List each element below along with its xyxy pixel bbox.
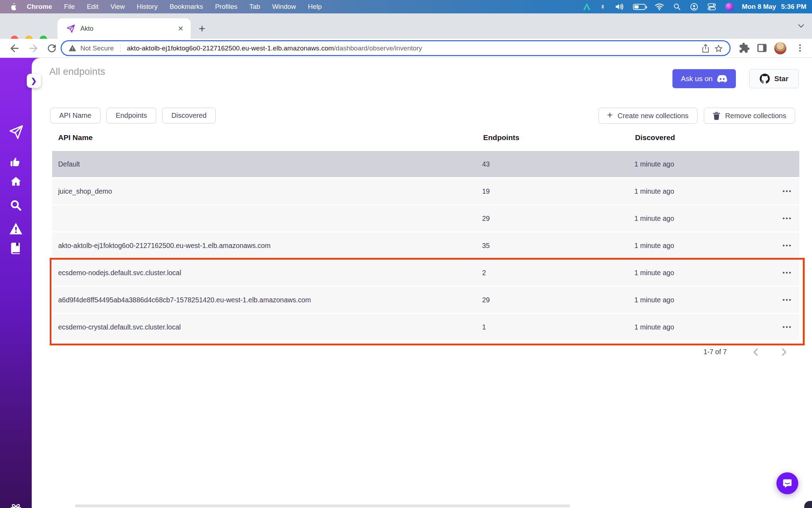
forward-button[interactable]	[27, 42, 39, 54]
menu-item-bookmarks[interactable]: Bookmarks	[170, 3, 203, 11]
not-secure-warning-icon[interactable]	[69, 45, 76, 52]
table-row[interactable]: ecsdemo-crystal.default.svc.cluster.loca…	[52, 314, 799, 340]
row-endpoints-count: 29	[482, 214, 634, 223]
menu-item-edit[interactable]: Edit	[87, 3, 98, 11]
discord-icon	[717, 75, 727, 83]
user-account-icon[interactable]	[690, 3, 698, 11]
chat-widget-button[interactable]	[776, 472, 798, 494]
extensions-icon[interactable]	[739, 42, 750, 54]
security-label: Not Secure	[80, 44, 114, 52]
row-menu-icon[interactable]	[783, 272, 791, 274]
wifi-icon[interactable]	[655, 3, 664, 11]
table-header: API Name Endpoints Discovered	[32, 133, 812, 147]
horizontal-scrollbar[interactable]	[75, 504, 570, 507]
menubar-status-icons	[583, 2, 733, 11]
sidebar-item-home-icon[interactable]	[9, 175, 23, 188]
menubar-app-name[interactable]: Chrome	[27, 3, 52, 11]
menu-item-window[interactable]: Window	[272, 3, 296, 11]
akto-favicon	[66, 24, 75, 34]
star-button-label: Star	[774, 74, 788, 83]
browser-menu-icon[interactable]	[795, 42, 805, 54]
url-text[interactable]: akto-aktolb-ej1foktog6o0-2127162500.eu-w…	[127, 44, 697, 52]
address-bar[interactable]: Not Secure akto-aktolb-ej1foktog6o0-2127…	[61, 40, 731, 56]
sidebar-item-alerts-warning-icon[interactable]	[9, 222, 23, 235]
battery-icon[interactable]	[633, 4, 646, 10]
browser-tab-akto[interactable]: Akto ✕	[57, 18, 191, 39]
row-menu-icon[interactable]	[783, 326, 791, 328]
ask-button-label: Ask us on	[681, 74, 713, 83]
menu-item-history[interactable]: History	[137, 3, 158, 11]
menu-item-file[interactable]: File	[64, 3, 75, 11]
ask-us-discord-button[interactable]: Ask us on	[672, 69, 736, 88]
control-center-icon[interactable]	[707, 3, 716, 11]
row-api-name: juice_shop_demo	[58, 187, 482, 195]
main-content: All endpoints Ask us on Star API NameEnd…	[32, 58, 812, 508]
table-row[interactable]: 29 1 minute ago	[52, 205, 799, 231]
row-menu-icon[interactable]	[783, 299, 791, 301]
akto-logo[interactable]	[8, 124, 24, 140]
menu-item-help[interactable]: Help	[308, 3, 322, 11]
row-discovered-time: 1 minute ago	[634, 269, 799, 277]
row-api-name: ecsdemo-nodejs.default.svc.cluster.local	[58, 269, 482, 277]
reload-button[interactable]	[46, 42, 58, 54]
row-discovered-time: 1 minute ago	[634, 160, 799, 168]
volume-icon[interactable]	[615, 2, 624, 11]
github-star-button[interactable]: Star	[749, 69, 799, 88]
table-row[interactable]: juice_shop_demo 19 1 minute ago	[52, 178, 799, 204]
row-endpoints-count: 35	[482, 242, 634, 250]
row-menu-icon[interactable]	[783, 218, 791, 219]
tab-search-chevron-icon[interactable]	[797, 23, 805, 29]
chat-bubble-icon	[782, 478, 793, 489]
menu-item-tab[interactable]: Tab	[250, 3, 260, 11]
chrome-tab-strip: Akto ✕ +	[0, 13, 812, 39]
remove-collections-button[interactable]: Remove collections	[704, 108, 795, 124]
remove-button-label: Remove collections	[725, 112, 786, 120]
sidebar-item-search-icon[interactable]	[10, 199, 22, 212]
purple-orb-icon[interactable]	[725, 3, 733, 11]
create-button-label: Create new collections	[617, 112, 688, 120]
table-row[interactable]: a6d9f4de8ff54495ab4a3886d4c68cb7-1578251…	[52, 287, 799, 313]
filter-chip-endpoints[interactable]: Endpoints	[106, 108, 156, 123]
sidebar-item-issues-thumbs-up-icon[interactable]	[10, 156, 22, 168]
tab-close-icon[interactable]: ✕	[178, 24, 184, 33]
side-panel-icon[interactable]	[756, 42, 768, 54]
table-row[interactable]: akto-aktolb-ej1foktog6o0-2127162500.eu-w…	[52, 232, 799, 259]
table-rows: Default 43 1 minute ago juice_shop_demo …	[52, 151, 799, 341]
apple-icon[interactable]	[10, 3, 17, 11]
bluetooth-icon[interactable]	[600, 2, 605, 11]
row-menu-icon[interactable]	[783, 190, 791, 192]
trash-icon	[713, 111, 720, 120]
filter-chip-discovered[interactable]: Discovered	[162, 108, 216, 123]
sidebar-item-docs-book-icon[interactable]	[10, 241, 22, 255]
column-header-endpoints[interactable]: Endpoints	[483, 133, 519, 142]
new-tab-button[interactable]: +	[195, 21, 209, 36]
table-row[interactable]: ecsdemo-nodejs.default.svc.cluster.local…	[52, 260, 799, 286]
row-menu-icon[interactable]	[783, 245, 791, 247]
back-button[interactable]	[8, 42, 20, 54]
column-header-api-name[interactable]: API Name	[58, 133, 93, 142]
menu-item-profiles[interactable]: Profiles	[215, 3, 237, 11]
menubar-time: 5:36 PM	[781, 3, 806, 11]
profile-avatar[interactable]	[774, 42, 787, 55]
filter-chip-api-name[interactable]: API Name	[50, 108, 100, 123]
triangle-app-icon[interactable]	[583, 2, 591, 11]
row-endpoints-count: 19	[482, 187, 634, 195]
pagination-prev-icon[interactable]	[751, 347, 761, 357]
menubar-items: FileEditViewHistoryBookmarksProfilesTabW…	[64, 3, 322, 11]
sidebar-gift-icon[interactable]	[9, 503, 23, 508]
url-host: akto-aktolb-ej1foktog6o0-2127162500.eu-w…	[127, 44, 334, 52]
spotlight-search-icon[interactable]	[673, 3, 681, 11]
row-api-name: a6d9f4de8ff54495ab4a3886d4c68cb7-1578251…	[58, 296, 482, 304]
github-icon	[759, 73, 770, 84]
menu-item-view[interactable]: View	[110, 3, 125, 11]
row-endpoints-count: 29	[482, 296, 634, 304]
filter-chips: API NameEndpointsDiscovered	[50, 108, 216, 123]
share-icon[interactable]	[701, 44, 710, 53]
bookmark-star-icon[interactable]	[714, 44, 723, 53]
column-header-discovered[interactable]: Discovered	[635, 133, 675, 142]
create-collections-button[interactable]: + Create new collections	[598, 108, 697, 124]
sidebar-expand-button[interactable]: ❯	[27, 74, 41, 88]
pagination-next-icon[interactable]	[779, 347, 788, 357]
pagination-label: 1-7 of 7	[703, 348, 727, 356]
table-row[interactable]: Default 43 1 minute ago	[52, 151, 799, 177]
